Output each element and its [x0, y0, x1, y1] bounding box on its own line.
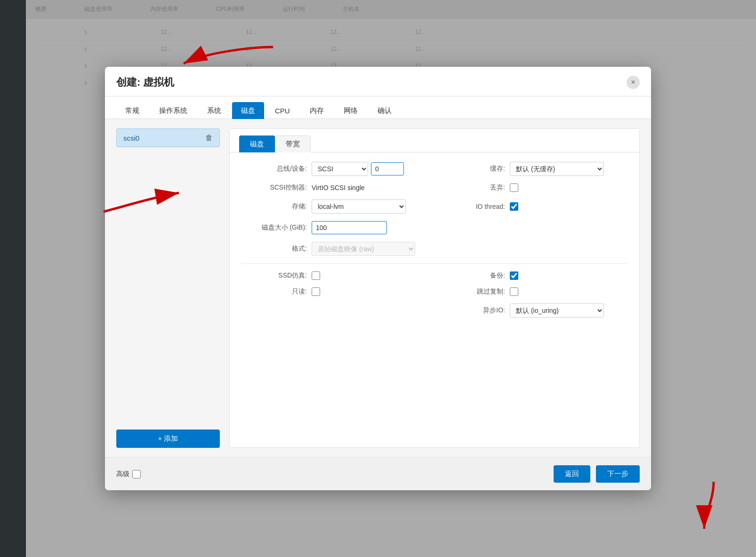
form-row-bus-cache: 总线/设备: SCSI VirtIO IDE SATA — [241, 162, 628, 176]
backup-label: 备份: — [439, 271, 505, 280]
disk-size-label: 磁盘大小 (GiB): — [241, 223, 307, 232]
dialog-body: scsi0 🗑 + 添加 磁盘 带宽 总线/设备: — [105, 119, 651, 457]
storage-select[interactable]: local-lvm local — [312, 199, 406, 214]
advanced-section: 高级 — [116, 470, 141, 478]
bus-selects: SCSI VirtIO IDE SATA — [312, 162, 404, 176]
sub-tabs: 磁盘 带宽 — [230, 129, 639, 152]
delete-disk-icon[interactable]: 🗑 — [205, 134, 213, 142]
field-group-asyncio: 异步IO: 默认 (io_uring) io_uring native thre… — [439, 303, 628, 318]
dialog-footer: 高级 返回 下一步 — [105, 457, 651, 490]
dialog-header: 创建: 虚拟机 × — [105, 67, 651, 96]
async-io-label: 异步IO: — [439, 306, 505, 315]
disk-size-input[interactable] — [312, 221, 387, 234]
field-group-skiprep: 跳过复制: — [439, 287, 628, 296]
format-label: 格式: — [241, 245, 307, 253]
disk-item-label: scsi0 — [123, 134, 139, 142]
field-group-backup: 备份: — [439, 271, 628, 280]
tab-network[interactable]: 网络 — [335, 102, 367, 119]
field-group-discard: 丢弃: — [439, 183, 628, 192]
form-row-disksize: 磁盘大小 (GiB): — [241, 221, 628, 234]
form-row-scsi-discard: SCSI控制器: VirtIO SCSI single 丢弃: — [241, 183, 628, 192]
storage-label: 存储: — [241, 202, 307, 211]
create-vm-dialog: 创建: 虚拟机 × 常规 操作系统 系统 磁盘 CPU 内存 网络 确认 scs… — [105, 67, 651, 490]
tab-disk[interactable]: 磁盘 — [232, 102, 264, 119]
async-io-select[interactable]: 默认 (io_uring) io_uring native threads — [510, 303, 604, 318]
cache-label: 缓存: — [439, 165, 505, 173]
tab-memory[interactable]: 内存 — [301, 102, 333, 119]
dialog-tabs: 常规 操作系统 系统 磁盘 CPU 内存 网络 确认 — [105, 96, 651, 119]
tab-general[interactable]: 常规 — [116, 102, 148, 119]
form-section-advanced: SSD仿真: 备份: 只读: — [241, 271, 628, 325]
tab-os[interactable]: 操作系统 — [150, 102, 196, 119]
format-select[interactable]: 原始磁盘映像 (raw) QEMU image (qcow2) — [312, 242, 415, 256]
form-row-asyncio: 异步IO: 默认 (io_uring) io_uring native thre… — [241, 303, 628, 318]
dialog-title: 创建: 虚拟机 — [116, 75, 174, 89]
tab-system[interactable]: 系统 — [198, 102, 230, 119]
advanced-label: 高级 — [116, 470, 129, 478]
field-group-format: 格式: 原始磁盘映像 (raw) QEMU image (qcow2) — [241, 242, 430, 256]
next-button[interactable]: 下一步 — [596, 465, 640, 483]
field-group-ssd: SSD仿真: — [241, 271, 430, 280]
readonly-checkbox[interactable] — [312, 287, 320, 296]
field-group-cache: 缓存: 默认 (无缓存) 直接同步 写回 — [439, 162, 628, 176]
field-group-bus: 总线/设备: SCSI VirtIO IDE SATA — [241, 162, 430, 176]
disk-list: scsi0 🗑 + 添加 — [116, 128, 220, 448]
disk-list-item[interactable]: scsi0 🗑 — [116, 128, 220, 147]
field-group-readonly: 只读: — [241, 287, 430, 296]
skip-rep-label: 跳过复制: — [439, 287, 505, 296]
back-button[interactable]: 返回 — [554, 465, 590, 483]
bus-num-input[interactable] — [371, 162, 404, 175]
ssd-label: SSD仿真: — [241, 271, 307, 280]
backup-checkbox[interactable] — [510, 271, 518, 280]
cache-select[interactable]: 默认 (无缓存) 直接同步 写回 — [510, 162, 604, 176]
skip-rep-checkbox[interactable] — [510, 287, 518, 296]
discard-checkbox[interactable] — [510, 183, 518, 192]
advanced-checkbox[interactable] — [132, 470, 141, 478]
sub-tab-disk[interactable]: 磁盘 — [239, 135, 275, 152]
close-button[interactable]: × — [627, 76, 640, 89]
form-row-format: 格式: 原始磁盘映像 (raw) QEMU image (qcow2) — [241, 242, 628, 256]
add-disk-button[interactable]: + 添加 — [116, 430, 220, 448]
field-group-iothread: IO thread: — [439, 202, 628, 211]
scsi-ctrl-label: SCSI控制器: — [241, 183, 307, 192]
bus-label: 总线/设备: — [241, 165, 307, 173]
form-row-readonly-skiprep: 只读: 跳过复制: — [241, 287, 628, 296]
form-section-main: 总线/设备: SCSI VirtIO IDE SATA — [241, 162, 628, 264]
disk-size-input-wrapper — [312, 221, 387, 234]
form-row-storage-iothread: 存储: local-lvm local IO thread: — [241, 199, 628, 214]
tab-cpu[interactable]: CPU — [266, 103, 299, 119]
ssd-checkbox[interactable] — [312, 271, 320, 280]
form-row-ssd-backup: SSD仿真: 备份: — [241, 271, 628, 280]
discard-label: 丢弃: — [439, 183, 505, 192]
scsi-ctrl-value: VirtIO SCSI single — [312, 184, 365, 191]
sub-tab-bandwidth[interactable]: 带宽 — [275, 135, 311, 152]
iothread-label: IO thread: — [439, 203, 505, 210]
readonly-label: 只读: — [241, 287, 307, 296]
iothread-checkbox[interactable] — [510, 202, 518, 211]
config-form: 总线/设备: SCSI VirtIO IDE SATA — [230, 152, 639, 447]
field-group-disksize: 磁盘大小 (GiB): — [241, 221, 430, 234]
field-group-storage: 存储: local-lvm local — [241, 199, 430, 214]
tab-confirm[interactable]: 确认 — [369, 102, 401, 119]
bus-type-select[interactable]: SCSI VirtIO IDE SATA — [312, 162, 368, 176]
disk-config-panel: 磁盘 带宽 总线/设备: SCSI VirtIO — [229, 128, 640, 448]
bus-num-input-wrapper — [371, 162, 404, 175]
field-group-scsi-ctrl: SCSI控制器: VirtIO SCSI single — [241, 183, 430, 192]
